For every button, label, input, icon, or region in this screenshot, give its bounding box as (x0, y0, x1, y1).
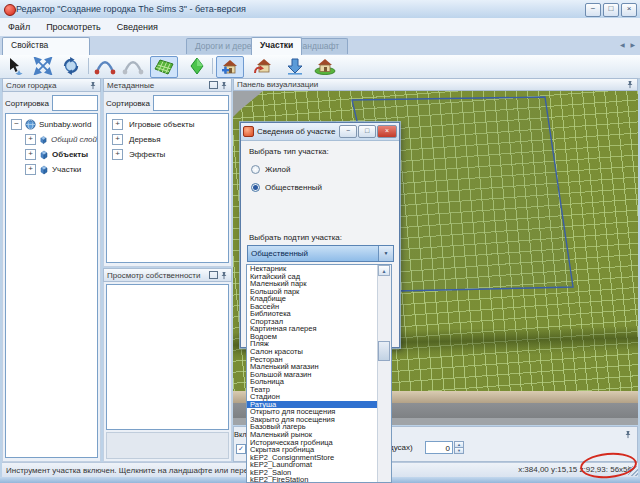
app-logo-icon (4, 4, 16, 16)
metadata-tree-item[interactable]: + Эффекты (109, 147, 228, 162)
window-controls: − □ × (583, 3, 637, 17)
pin-icon[interactable] (626, 80, 634, 89)
layer-tree-item[interactable]: + Объекты (22, 147, 97, 162)
metadata-tree-item[interactable]: + Деревья (109, 132, 228, 147)
tab-properties[interactable]: Свойства (2, 37, 90, 55)
viz-panel-title: Панель визуализации (237, 80, 624, 89)
pin-icon[interactable] (624, 430, 632, 439)
layer-cube-icon (39, 150, 49, 160)
rotation-spinner-value[interactable]: 0 (425, 441, 453, 454)
pin-icon[interactable] (89, 81, 97, 90)
radio-residential-label[interactable]: Жилой (265, 165, 291, 174)
collapse-icon[interactable]: − (11, 119, 22, 130)
layer-tree-label[interactable]: Объекты (52, 150, 88, 159)
select-cursor-icon[interactable] (2, 56, 28, 76)
spin-down-button[interactable]: ▼ (454, 447, 464, 454)
pin-icon[interactable] (220, 81, 228, 90)
enabled-checkbox[interactable]: ✓ (236, 444, 246, 454)
chevron-down-icon[interactable]: ▼ (378, 246, 393, 261)
property-panel-header: Просмотр собственности (103, 268, 232, 282)
import-lot-icon[interactable] (282, 56, 308, 76)
dropdown-item-label[interactable]: kEP2_FireStation (250, 475, 308, 483)
menu-item[interactable]: Просмотреть (38, 20, 109, 34)
layers-panel: Сортировка − Sunbaby.world + Общий слой … (2, 92, 101, 462)
place-lot-icon[interactable] (312, 56, 338, 76)
radio-circle-selected[interactable] (251, 183, 260, 192)
float-window-icon[interactable] (209, 81, 218, 89)
layers-panel-header: Слои городка (2, 78, 101, 92)
layers-sort-label: Сортировка (5, 99, 49, 108)
metadata-sort-input[interactable] (153, 95, 229, 111)
dropdown-scrollbar[interactable]: ▲ (377, 265, 391, 482)
tree-root-sunbaby[interactable]: − Sunbaby.world (8, 117, 97, 132)
maximize-button[interactable]: □ (603, 3, 619, 17)
rotate-icon[interactable] (58, 56, 84, 76)
layer-cube-icon (39, 135, 48, 145)
radio-circle[interactable] (251, 165, 260, 174)
metadata-panel-header: Метаданные (103, 78, 232, 92)
lot-type-label: Выбрать тип участка: (249, 147, 329, 156)
metadata-sort-label: Сортировка (106, 99, 150, 108)
move-lot-icon[interactable] (250, 56, 276, 76)
metadata-tree-label[interactable]: Деревья (129, 135, 161, 144)
expand-icon[interactable]: + (25, 164, 36, 175)
add-lot-icon[interactable] (216, 56, 244, 78)
radio-community-label[interactable]: Общественный (265, 183, 322, 192)
dialog-icon (243, 126, 254, 137)
metadata-tree-label[interactable]: Эффекты (129, 150, 165, 159)
enabled-column-label: Вкл (234, 430, 247, 439)
metadata-tree: + Игровые объекты + Деревья + Эффекты (106, 113, 229, 263)
layer-tree-item[interactable]: + Общий слой (22, 132, 97, 147)
scroll-up-icon[interactable]: ▲ (378, 265, 390, 276)
metadata-panel-title: Метаданные (107, 81, 207, 90)
lot-grid-icon[interactable] (150, 56, 178, 78)
dialog-close-button[interactable]: × (377, 125, 397, 138)
combobox-value[interactable]: Общественный (248, 249, 378, 258)
layer-tree-item[interactable]: + Участки (22, 162, 97, 177)
window-title: Редактор "Создание городка The Sims 3" -… (16, 4, 246, 14)
metadata-tree-item[interactable]: + Игровые объекты (109, 117, 228, 132)
menu-item[interactable]: Файл (0, 20, 38, 34)
rotation-label-fragment: дусах) (389, 443, 413, 452)
layer-tree-label[interactable]: Участки (52, 165, 81, 174)
road-curve-icon[interactable] (92, 56, 118, 76)
expand-icon[interactable]: + (112, 119, 123, 130)
metadata-tree-label[interactable]: Игровые объекты (129, 120, 194, 129)
scrollbar-thumb[interactable] (378, 341, 390, 361)
plumbob-icon[interactable] (184, 56, 210, 76)
layers-tree: − Sunbaby.world + Общий слой + Объекты + (5, 113, 98, 458)
menu-bar: ФайлПросмотретьСведения (0, 18, 640, 37)
layers-panel-title: Слои городка (6, 81, 87, 90)
toolbar-separator (88, 58, 89, 74)
lot-subtype-label: Выбрать подтип участка: (249, 233, 342, 242)
expand-icon[interactable]: + (112, 134, 123, 145)
dialog-maximize-button[interactable]: □ (358, 125, 376, 138)
pin-icon[interactable] (220, 271, 228, 280)
layers-sort-input[interactable] (52, 95, 98, 111)
dialog-title-bar[interactable]: Сведения об участке − □ × (241, 123, 399, 141)
tab-lots[interactable]: Участки (251, 37, 302, 55)
tab-scroll-arrows[interactable]: ◀ ▶ (620, 41, 637, 48)
tab-strip: Свойства Дороги и деревья Участки Ландша… (0, 36, 640, 56)
expand-icon[interactable]: + (25, 149, 36, 160)
float-window-icon[interactable] (209, 271, 218, 279)
layer-cube-icon (39, 165, 49, 175)
world-globe-icon (25, 119, 36, 130)
dropdown-item[interactable]: kEP2_FireStation (247, 476, 379, 483)
minimize-button[interactable]: − (585, 3, 601, 17)
radio-residential[interactable]: Жилой (251, 165, 291, 174)
layer-tree-label[interactable]: Общий слой (51, 135, 97, 144)
menu-item[interactable]: Сведения (109, 20, 166, 34)
tree-root-label[interactable]: Sunbaby.world (39, 120, 91, 129)
move-icon[interactable] (30, 56, 56, 76)
dialog-title: Сведения об участке (257, 127, 338, 136)
radio-community[interactable]: Общественный (251, 183, 322, 192)
property-view-area (106, 284, 229, 430)
metadata-sort-row: Сортировка (104, 92, 231, 114)
subtype-combobox[interactable]: Общественный ▼ (247, 245, 394, 262)
expand-icon[interactable]: + (25, 134, 36, 145)
dialog-minimize-button[interactable]: − (339, 125, 357, 138)
close-button[interactable]: × (621, 3, 637, 17)
expand-icon[interactable]: + (112, 149, 123, 160)
property-preview-area (106, 432, 229, 459)
